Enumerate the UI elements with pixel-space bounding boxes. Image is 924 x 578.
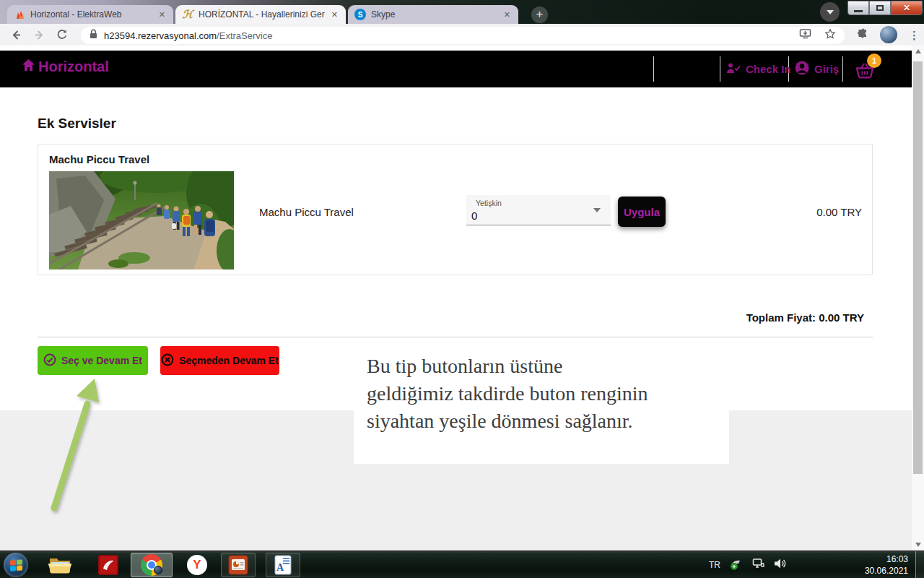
modem-tray-icon[interactable] (729, 558, 744, 573)
x-circle-icon (161, 353, 174, 368)
adult-count-select[interactable]: Yetişkin 0 (466, 195, 611, 225)
taskbar-powerpoint[interactable] (221, 553, 256, 577)
select-label: Yetişkin (476, 199, 502, 207)
system-tray: TR (709, 551, 787, 578)
select-continue-button[interactable]: Seç ve Devam Et (38, 346, 148, 375)
nav-check-in[interactable]: Check In (726, 51, 791, 87)
page-scrollbar[interactable] (912, 46, 924, 551)
header-divider (842, 56, 843, 82)
back-icon[interactable] (7, 26, 25, 43)
service-name: Machu Piccu Travel (259, 206, 354, 218)
taskbar-yandex[interactable]: Y (182, 553, 212, 577)
browser-tab-strip: Horizontal - ElektraWeb ✕ ℋ HORİZONTAL -… (0, 0, 924, 24)
menu-dots-icon[interactable]: ⋮ (909, 33, 920, 37)
clock-date: 30.06.2021 (823, 565, 908, 577)
close-icon[interactable]: ✕ (330, 10, 339, 20)
taskbar-elektra[interactable] (94, 553, 123, 577)
new-tab-button[interactable]: + (531, 7, 548, 23)
header-divider (720, 56, 720, 82)
nav-label: Giriş (814, 63, 839, 75)
network-tray-icon[interactable] (752, 558, 765, 573)
url-text: h23594.rezervasyonal.com/ExtraService (104, 30, 272, 41)
select-value: 0 (471, 210, 477, 222)
forward-icon[interactable] (30, 26, 48, 43)
start-button[interactable] (4, 553, 28, 577)
elektra-red-icon (98, 555, 118, 575)
restore-button[interactable] (869, 1, 891, 15)
apply-button[interactable]: Uygula (618, 197, 666, 227)
row-price: 0.00 TRY (816, 206, 862, 218)
minimize-button[interactable] (847, 1, 869, 15)
tab-horizontal[interactable]: ℋ HORİZONTAL - Hayallerinizi Gerç ✕ (175, 5, 346, 24)
site-header: Horizontal Check In Giriş (0, 51, 912, 87)
annotation-line: siyahtan yeşile dönmesi sağlanır. (367, 407, 729, 435)
browser-toolbar: h23594.rezervasyonal.com/ExtraService ⋮ (0, 24, 924, 46)
home-icon (22, 59, 35, 75)
flame-icon (14, 9, 25, 20)
explorer-icon (48, 556, 71, 574)
taskbar-text-editor[interactable]: A (266, 553, 300, 577)
extensions-icon[interactable] (856, 27, 868, 43)
tab-title: Horizontal - ElektraWeb (30, 9, 152, 20)
address-bar[interactable]: h23594.rezervasyonal.com/ExtraService (81, 27, 845, 44)
install-icon[interactable] (799, 28, 811, 43)
person-check-icon (726, 62, 741, 76)
close-icon: ✕ (903, 3, 910, 13)
svg-text:A: A (276, 562, 284, 573)
brand-name: Horizontal (38, 59, 109, 75)
person-circle-icon (795, 61, 809, 77)
button-label: Seç ve Devam Et (61, 355, 142, 366)
tab-elektraweb[interactable]: Horizontal - ElektraWeb ✕ (7, 5, 173, 24)
show-desktop-button[interactable] (915, 551, 924, 578)
star-icon[interactable] (824, 28, 836, 43)
taskbar-explorer[interactable] (45, 553, 75, 577)
extra-service-card: Machu Piccu Travel (38, 144, 873, 275)
annotation-line: geldiğimiz takdirde buton renginin (367, 380, 729, 407)
lock-icon (90, 29, 97, 42)
powerpoint-icon (228, 555, 248, 575)
profile-avatar[interactable] (880, 26, 897, 43)
skip-continue-button[interactable]: Seçmeden Devam Et (160, 346, 279, 375)
close-icon[interactable]: ✕ (502, 10, 512, 20)
taskbar-chrome-active[interactable] (131, 553, 173, 577)
tab-title: Skype (371, 9, 497, 20)
card-title: Machu Piccu Travel (49, 153, 149, 165)
annotation-line: Bu tip butonların üstüne (367, 353, 729, 380)
annotation-note: Bu tip butonların üstüne geldiğimiz takd… (354, 345, 729, 464)
close-button[interactable]: ✕ (891, 1, 923, 15)
tab-search-icon[interactable] (820, 2, 840, 22)
window-controls: ✕ (847, 1, 923, 15)
taskbar: Y A TR (0, 551, 924, 578)
scroll-up-icon[interactable] (912, 46, 924, 57)
h-monogram-icon: ℋ (182, 9, 193, 20)
chrome-icon (141, 554, 162, 576)
text-editor-icon: A (274, 555, 292, 575)
reload-icon[interactable] (53, 26, 71, 43)
page-title: Ek Servisler (38, 116, 116, 131)
scroll-down-icon[interactable] (912, 539, 924, 551)
cart-badge: 1 (867, 53, 881, 68)
yandex-icon: Y (187, 555, 207, 575)
brand-logo[interactable]: Horizontal (22, 59, 109, 75)
button-label: Seçmeden Devam Et (179, 355, 279, 366)
minimize-icon (854, 10, 863, 12)
check-circle-icon (43, 353, 56, 368)
volume-tray-icon[interactable] (774, 558, 787, 572)
total-price: Toplam Fiyat: 0.00 TRY (505, 311, 864, 324)
tab-skype[interactable]: S Skype ✕ (348, 5, 518, 24)
scrollbar-thumb[interactable] (913, 61, 923, 474)
language-indicator[interactable]: TR (709, 560, 720, 570)
chevron-down-icon (593, 208, 601, 212)
screen: Horizontal - ElektraWeb ✕ ℋ HORİZONTAL -… (0, 0, 924, 578)
toolbar-right-icons: ⋮ (856, 26, 920, 43)
taskbar-clock[interactable]: 16:03 30.06.2021 (823, 553, 908, 577)
close-icon[interactable]: ✕ (157, 10, 167, 20)
divider (38, 337, 873, 337)
skype-icon: S (354, 9, 366, 20)
restore-icon (876, 5, 884, 11)
tab-title: HORİZONTAL - Hayallerinizi Gerç (199, 9, 325, 20)
nav-label: Check In (746, 63, 791, 75)
nav-giris[interactable]: Giriş (795, 51, 839, 87)
windows-flag-icon (10, 559, 22, 571)
clock-time: 16:03 (823, 553, 908, 565)
